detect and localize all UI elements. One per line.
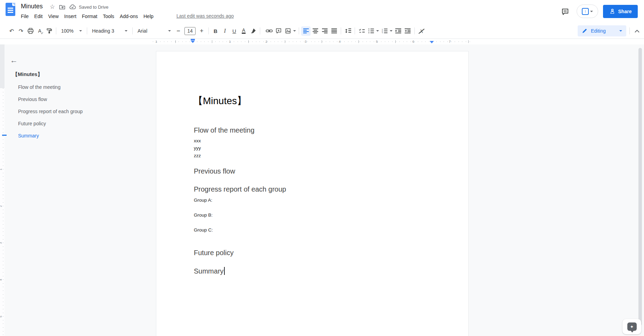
- bold-button[interactable]: B: [211, 26, 220, 36]
- menu-addons[interactable]: Add-ons: [117, 13, 141, 20]
- highlight-color-button[interactable]: [248, 26, 258, 36]
- horizontal-ruler[interactable]: 1 1 2 3 4 5 6 7: [0, 39, 644, 44]
- paragraph-style-value: Heading 3: [92, 28, 114, 34]
- doc-heading-flow[interactable]: Flow of the meeting: [194, 126, 255, 134]
- align-center-button[interactable]: [311, 26, 320, 36]
- ruler-ticks: [153, 41, 471, 42]
- line-spacing-button[interactable]: [343, 26, 353, 36]
- doc-paragraph[interactable]: Group A:: [194, 198, 212, 203]
- saved-cloud-check-icon[interactable]: [69, 4, 76, 10]
- right-indent-marker[interactable]: [430, 41, 434, 43]
- mode-select[interactable]: Editing: [578, 25, 626, 36]
- logo-lines: [8, 8, 13, 13]
- doc-heading-progress-report[interactable]: Progress report of each group: [194, 185, 286, 193]
- vertical-scrollbar[interactable]: [638, 48, 642, 326]
- text-color-button[interactable]: A: [239, 26, 248, 36]
- doc-paragraph[interactable]: xxx: [194, 138, 201, 143]
- italic-button[interactable]: I: [220, 26, 230, 36]
- open-comments-icon[interactable]: [560, 7, 570, 17]
- increase-indent-button[interactable]: [403, 26, 412, 36]
- add-comment-button[interactable]: [274, 26, 283, 36]
- font-size-input[interactable]: 14: [184, 27, 196, 35]
- move-folder-icon[interactable]: [59, 4, 65, 10]
- doc-paragraph[interactable]: Group C:: [194, 227, 213, 233]
- share-button[interactable]: Share: [603, 5, 638, 18]
- image-caret-icon[interactable]: [293, 30, 296, 33]
- first-line-indent-marker[interactable]: [191, 39, 195, 40]
- insert-image-button[interactable]: [283, 26, 292, 36]
- outline-item-previous-flow[interactable]: Previous flow: [18, 96, 47, 102]
- doc-heading-title[interactable]: 【Minutes】: [193, 94, 247, 108]
- underline-button[interactable]: U: [230, 26, 239, 36]
- increase-font-size-button[interactable]: +: [197, 26, 206, 36]
- saved-status[interactable]: Saved to Drive: [79, 5, 108, 10]
- font-select[interactable]: Arial: [135, 26, 174, 36]
- text-cursor: [224, 267, 225, 275]
- align-left-button[interactable]: [301, 26, 311, 36]
- menu-file[interactable]: File: [18, 13, 32, 20]
- zoom-select[interactable]: 100%: [58, 26, 85, 36]
- outline-item-future-policy[interactable]: Future policy: [18, 121, 46, 126]
- left-indent-marker[interactable]: [191, 39, 195, 44]
- menu-edit[interactable]: Edit: [32, 13, 46, 20]
- doc-paragraph[interactable]: yyy: [194, 145, 201, 151]
- justify-button[interactable]: [329, 26, 339, 36]
- print-button[interactable]: [26, 26, 35, 36]
- ruler-number: 5: [0, 316, 2, 317]
- menu-view[interactable]: View: [46, 13, 61, 20]
- doc-heading-summary-text: Summary: [194, 267, 224, 275]
- spellcheck-button[interactable]: A ✓: [35, 26, 44, 36]
- document-title[interactable]: Minutes: [21, 3, 43, 10]
- document-page[interactable]: [156, 51, 468, 336]
- menu-format[interactable]: Format: [79, 13, 100, 20]
- toolbar: ↶ ↷ A ✓ 100% Heading 3: [0, 23, 644, 39]
- font-name-value: Arial: [138, 28, 147, 34]
- divider: [56, 27, 56, 34]
- font-caret-icon: [168, 30, 171, 33]
- align-right-button[interactable]: [320, 26, 329, 36]
- checklist-button[interactable]: [357, 26, 366, 36]
- menu-tools[interactable]: Tools: [100, 13, 117, 20]
- ruler-number: 3: [305, 40, 306, 43]
- ruler-half-tick: [395, 40, 396, 43]
- style-caret-icon: [125, 30, 127, 33]
- paint-format-button[interactable]: [44, 26, 54, 36]
- numbered-list-caret-icon[interactable]: [390, 30, 393, 33]
- ruler-half-tick: [285, 40, 285, 43]
- last-edit-link[interactable]: Last edit was seconds ago: [176, 13, 234, 19]
- bulleted-list-button[interactable]: [366, 26, 376, 36]
- outline-item-progress-report[interactable]: Progress report of each group: [18, 109, 83, 114]
- pencil-icon: [582, 28, 587, 34]
- share-label: Share: [618, 9, 632, 14]
- doc-paragraph[interactable]: zzz: [194, 153, 201, 158]
- present-button[interactable]: ↑: [577, 5, 598, 18]
- mode-caret-icon: [619, 30, 622, 33]
- undo-button[interactable]: ↶: [7, 26, 16, 36]
- explore-button[interactable]: ✦: [622, 319, 641, 334]
- paragraph-style-select[interactable]: Heading 3: [89, 26, 130, 36]
- doc-heading-summary[interactable]: Summary: [194, 267, 225, 275]
- bulleted-list-caret-icon[interactable]: [376, 30, 379, 33]
- outline-item-title[interactable]: 【Minutes】: [13, 71, 43, 78]
- doc-heading-previous-flow[interactable]: Previous flow: [194, 167, 235, 175]
- ruler-number: 4: [339, 40, 340, 43]
- google-docs-logo-icon[interactable]: [6, 3, 15, 16]
- doc-paragraph[interactable]: Group B:: [194, 212, 213, 218]
- close-outline-button[interactable]: ←: [8, 55, 19, 66]
- numbered-list-button[interactable]: 1 2 3: [380, 26, 389, 36]
- zoom-caret-icon: [79, 30, 82, 33]
- decrease-indent-button[interactable]: [394, 26, 403, 36]
- doc-heading-future-policy[interactable]: Future policy: [194, 249, 234, 257]
- upload-arrow-icon: ↑: [582, 8, 589, 15]
- clear-formatting-button[interactable]: X: [417, 26, 426, 36]
- outline-item-flow[interactable]: Flow of the meeting: [18, 84, 60, 90]
- decrease-font-size-button[interactable]: −: [174, 26, 183, 36]
- insert-link-button[interactable]: [264, 26, 274, 36]
- hide-menus-button[interactable]: [633, 28, 641, 35]
- menu-insert[interactable]: Insert: [61, 13, 79, 20]
- redo-button[interactable]: ↷: [16, 26, 26, 36]
- outline-item-summary[interactable]: Summary: [18, 133, 39, 138]
- vertical-ruler[interactable]: 1 2 3 4 5 6: [0, 44, 5, 336]
- star-icon[interactable]: ☆: [50, 4, 55, 10]
- menu-help[interactable]: Help: [141, 13, 156, 20]
